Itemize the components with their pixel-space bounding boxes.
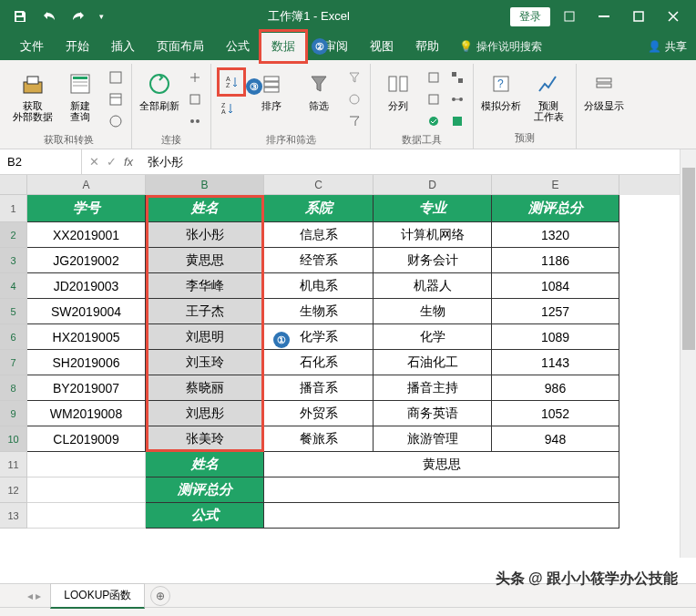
table-cell[interactable]: 1084 <box>492 273 619 299</box>
redo-button[interactable] <box>66 4 91 29</box>
table-cell[interactable]: 石化系 <box>264 350 374 375</box>
table-header[interactable]: 测评总分 <box>492 195 619 222</box>
select-all-corner[interactable] <box>0 175 27 195</box>
tab-insert[interactable]: 插入 <box>100 33 146 60</box>
table-cell[interactable]: SH2019006 <box>27 350 146 375</box>
formula-input[interactable]: 张小彤 <box>140 154 696 170</box>
lookup-label[interactable]: 姓名 <box>146 452 264 477</box>
table-cell[interactable]: 信息系 <box>264 222 374 248</box>
flash-fill-button[interactable] <box>424 67 444 87</box>
maximize-icon[interactable] <box>623 4 654 29</box>
row-header[interactable]: 9 <box>0 401 27 426</box>
table-cell[interactable]: 化学 <box>374 324 492 350</box>
table-cell[interactable]: 播音系 <box>264 375 374 401</box>
filter-button[interactable]: 筛选 <box>297 67 341 113</box>
table-cell[interactable]: 餐旅系 <box>264 426 374 452</box>
col-header-e[interactable]: E <box>492 175 619 195</box>
ribbon-options-icon[interactable] <box>554 4 585 29</box>
table-cell[interactable]: 外贸系 <box>264 401 374 426</box>
row-header[interactable]: 3 <box>0 248 27 273</box>
lookup-value[interactable]: 黄思思 <box>264 452 619 477</box>
worksheet-grid[interactable]: A B C D E 1 学号 姓名 系院 专业 测评总分 2XX2019001张… <box>0 175 696 583</box>
lookup-label[interactable]: 测评总分 <box>146 477 264 503</box>
col-header-d[interactable]: D <box>374 175 492 195</box>
row-header[interactable]: 11 <box>0 452 27 477</box>
table-cell[interactable]: 计算机网络 <box>374 222 492 248</box>
table-cell[interactable]: WM2019008 <box>27 401 146 426</box>
row-header[interactable]: 13 <box>0 503 27 529</box>
undo-button[interactable] <box>36 4 62 29</box>
tab-view[interactable]: 视图 <box>359 33 404 60</box>
data-validation-button[interactable] <box>424 111 444 131</box>
tell-me-search[interactable]: 💡 操作说明搜索 <box>459 39 542 55</box>
advanced-button[interactable] <box>344 111 364 131</box>
table-cell[interactable]: 李华峰 <box>146 273 264 299</box>
relationships-button[interactable] <box>447 89 467 109</box>
lookup-label[interactable]: 公式 <box>146 503 264 529</box>
col-header-a[interactable]: A <box>27 175 146 195</box>
table-cell[interactable]: 机电系 <box>264 273 374 299</box>
row-header[interactable]: 7 <box>0 350 27 375</box>
table-cell[interactable]: 1186 <box>492 248 619 273</box>
table-cell[interactable]: 生物 <box>374 299 492 324</box>
close-icon[interactable] <box>658 4 689 29</box>
table-cell[interactable]: 986 <box>492 375 619 401</box>
table-cell[interactable]: 蔡晓丽 <box>146 375 264 401</box>
tab-pagelayout[interactable]: 页面布局 <box>146 33 215 60</box>
table-cell[interactable]: JG2019002 <box>27 248 146 273</box>
cell[interactable] <box>27 477 146 503</box>
tab-data[interactable]: 数据 <box>261 33 306 60</box>
cell[interactable] <box>27 503 146 529</box>
table-cell[interactable]: 1257 <box>492 299 619 324</box>
row-header[interactable]: 2 <box>0 222 27 248</box>
table-cell[interactable]: XX2019001 <box>27 222 146 248</box>
cell[interactable] <box>27 452 146 477</box>
reapply-button[interactable] <box>344 89 364 109</box>
recent-sources-button[interactable] <box>106 111 126 131</box>
properties-button[interactable] <box>185 89 205 109</box>
table-cell[interactable]: 刘思彤 <box>146 401 264 426</box>
from-table-button[interactable] <box>106 89 126 109</box>
table-header[interactable]: 姓名 <box>146 195 264 222</box>
table-cell[interactable]: 播音主持 <box>374 375 492 401</box>
outline-button[interactable]: 分级显示 <box>582 67 626 113</box>
add-sheet-button[interactable]: ⊕ <box>150 586 170 606</box>
sort-asc-button[interactable]: AZ <box>221 72 241 92</box>
row-header[interactable]: 1 <box>0 195 27 222</box>
cancel-icon[interactable]: ✕ <box>89 155 99 169</box>
table-cell[interactable]: 经管系 <box>264 248 374 273</box>
save-button[interactable] <box>7 4 33 29</box>
sheet-nav[interactable]: ◂ ▸ <box>27 590 41 602</box>
table-cell[interactable]: 1143 <box>492 350 619 375</box>
table-cell[interactable]: 1089 <box>492 324 619 350</box>
row-header[interactable]: 8 <box>0 375 27 401</box>
table-cell[interactable]: 商务英语 <box>374 401 492 426</box>
table-cell[interactable]: JD2019003 <box>27 273 146 299</box>
clear-filter-button[interactable] <box>344 67 364 87</box>
refresh-all-button[interactable]: 全部刷新 <box>138 67 181 113</box>
tab-formulas[interactable]: 公式 <box>215 33 261 60</box>
tab-help[interactable]: 帮助 <box>404 33 450 60</box>
col-header-b[interactable]: B <box>146 175 264 195</box>
table-cell[interactable]: 1320 <box>492 222 619 248</box>
table-cell[interactable]: 王子杰 <box>146 299 264 324</box>
table-cell[interactable]: 黄思思 <box>146 248 264 273</box>
table-cell[interactable]: 张小彤 <box>146 222 264 248</box>
get-external-data-button[interactable]: 获取 外部数据 <box>11 67 55 124</box>
row-header[interactable]: 6 <box>0 324 27 350</box>
edit-links-button[interactable] <box>185 111 205 131</box>
tab-home[interactable]: 开始 <box>55 33 100 60</box>
show-queries-button[interactable] <box>106 67 126 87</box>
table-cell[interactable]: 张美玲 <box>146 426 264 452</box>
table-cell[interactable]: 生物系 <box>264 299 374 324</box>
table-cell[interactable]: HX2019005 <box>27 324 146 350</box>
name-box[interactable]: B2 <box>0 149 82 174</box>
fx-icon[interactable]: fx <box>124 155 133 169</box>
tab-review[interactable]: 审阅 <box>328 33 359 60</box>
table-cell[interactable]: 948 <box>492 426 619 452</box>
table-cell[interactable]: BY2019007 <box>27 375 146 401</box>
share-button[interactable]: 👤 共享 <box>648 39 687 55</box>
consolidate-button[interactable] <box>447 67 467 87</box>
lookup-value[interactable] <box>264 477 619 503</box>
row-header[interactable]: 5 <box>0 299 27 324</box>
